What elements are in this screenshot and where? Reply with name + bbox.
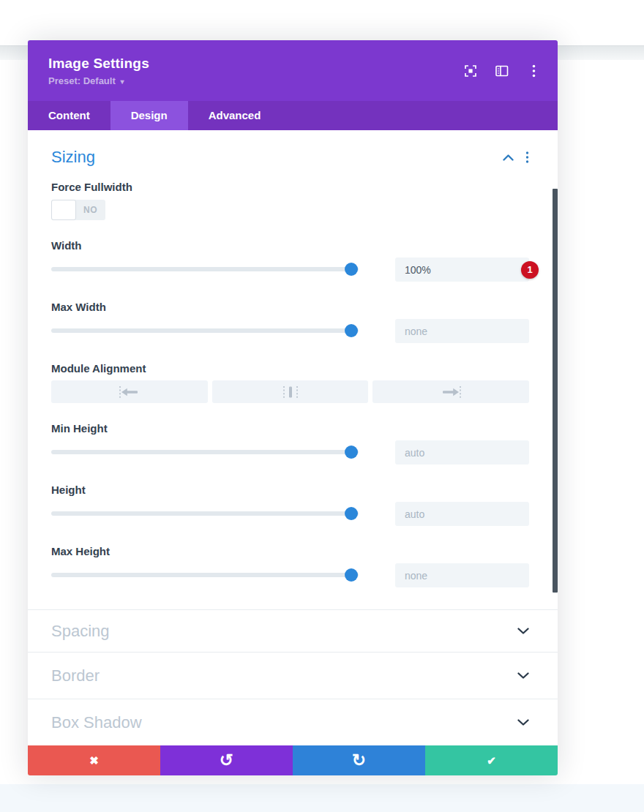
height-slider[interactable] (51, 502, 359, 526)
section-options-dots-icon[interactable] (525, 151, 529, 163)
spacing-title: Spacing (51, 622, 110, 641)
align-right-button[interactable] (372, 380, 529, 403)
align-center-button[interactable] (212, 380, 369, 403)
box-shadow-section-header[interactable]: Box Shadow (28, 699, 558, 745)
align-left-button[interactable] (51, 380, 208, 403)
slider-handle[interactable] (345, 324, 358, 337)
tab-advanced[interactable]: Advanced (188, 101, 282, 130)
min-height-input[interactable] (395, 440, 529, 465)
settings-content: Sizing (28, 130, 558, 775)
slider-track[interactable] (51, 511, 359, 516)
preset-selector[interactable]: Preset: Default ▾ (48, 75, 149, 86)
tab-bar: Content Design Advanced (28, 101, 558, 130)
toggle-state-label: NO (83, 200, 97, 220)
max-width-label: Max Width (51, 301, 529, 313)
width-input[interactable] (395, 257, 529, 282)
max-width-input[interactable] (395, 319, 529, 343)
min-height-slider[interactable] (51, 440, 359, 465)
preset-label: Preset: Default (48, 75, 116, 86)
page-background-band-bottom (0, 784, 644, 812)
modal-title: Image Settings (48, 56, 149, 72)
split-view-icon[interactable] (495, 64, 509, 78)
max-height-field (51, 563, 529, 587)
min-height-label: Min Height (51, 422, 529, 435)
more-menu-icon[interactable] (527, 64, 540, 78)
save-button[interactable]: ✔ (425, 745, 558, 775)
slider-track[interactable] (51, 450, 359, 454)
max-width-field (51, 319, 529, 343)
height-field (51, 502, 529, 526)
width-label: Width (51, 239, 529, 252)
force-fullwidth-label: Force Fullwidth (51, 181, 529, 193)
chevron-down-icon (517, 628, 529, 634)
border-section-header[interactable]: Border (28, 652, 558, 699)
redo-button[interactable]: ↻ (293, 745, 425, 775)
module-alignment-buttons (51, 380, 529, 403)
zoom-module-icon[interactable] (464, 64, 477, 78)
image-settings-modal: Image Settings Preset: Default ▾ (28, 40, 558, 775)
modal-footer: ✖ ↺ ↻ ✔ (28, 745, 558, 775)
width-slider[interactable] (51, 257, 359, 282)
close-x-icon: ✖ (89, 754, 99, 767)
slider-handle[interactable] (345, 507, 358, 520)
max-height-slider[interactable] (51, 563, 359, 587)
border-title: Border (51, 666, 100, 685)
module-alignment-label: Module Alignment (51, 362, 529, 375)
min-height-field (51, 440, 529, 465)
tab-content[interactable]: Content (28, 101, 111, 130)
align-center-icon (278, 385, 303, 399)
redo-icon: ↻ (352, 751, 366, 770)
sizing-title: Sizing (51, 148, 95, 167)
collapse-chevron-up-icon[interactable] (503, 154, 514, 161)
height-label: Height (51, 484, 529, 496)
slider-handle[interactable] (345, 446, 358, 459)
force-fullwidth-toggle[interactable]: NO (51, 200, 105, 220)
align-left-icon (117, 385, 142, 399)
modal-scrollbar[interactable] (553, 189, 558, 593)
modal-header: Image Settings Preset: Default ▾ (28, 40, 558, 101)
checkmark-icon: ✔ (487, 754, 496, 767)
height-input[interactable] (395, 502, 529, 526)
modal-header-text: Image Settings Preset: Default ▾ (48, 56, 149, 86)
spacing-section-header[interactable]: Spacing (28, 609, 558, 652)
chevron-down-icon (517, 719, 529, 726)
header-icons (464, 64, 540, 78)
slider-track[interactable] (51, 328, 359, 333)
slider-track[interactable] (51, 267, 359, 271)
undo-icon: ↺ (220, 751, 233, 770)
slider-track[interactable] (51, 573, 359, 577)
discard-button[interactable]: ✖ (28, 745, 160, 775)
max-height-input[interactable] (395, 563, 529, 587)
max-height-label: Max Height (51, 545, 529, 557)
width-field: 1 (51, 257, 529, 282)
step-badge: 1 (521, 261, 539, 279)
tab-design[interactable]: Design (111, 101, 188, 130)
preset-caret-icon: ▾ (120, 78, 124, 86)
chevron-down-icon (517, 672, 529, 679)
max-width-slider[interactable] (51, 319, 359, 343)
sizing-section-header[interactable]: Sizing (51, 146, 529, 168)
slider-handle[interactable] (345, 568, 358, 582)
align-right-icon (438, 385, 463, 399)
toggle-knob[interactable] (51, 200, 76, 220)
slider-handle[interactable] (345, 263, 358, 276)
undo-button[interactable]: ↺ (160, 745, 293, 775)
box-shadow-title: Box Shadow (51, 713, 142, 732)
